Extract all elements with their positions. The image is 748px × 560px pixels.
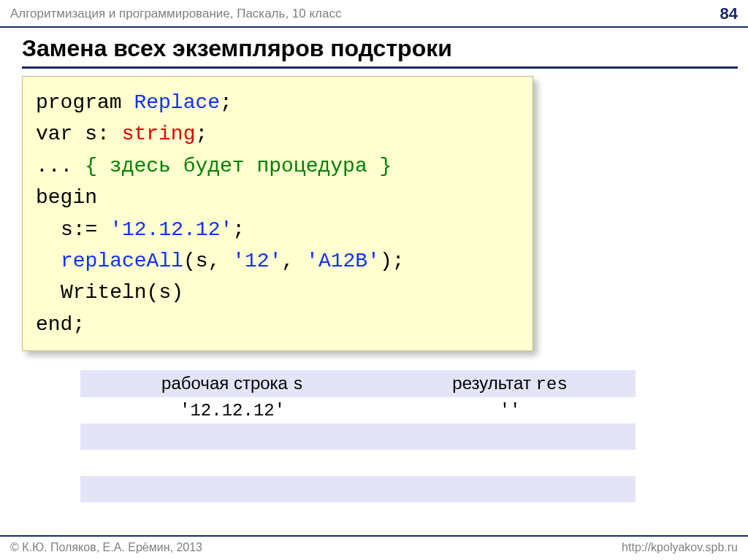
code-string: 'A12B' [306,250,380,272]
table-header: результат res [384,370,636,397]
code-line: program Replace; [36,87,519,118]
table-cell [384,476,636,502]
table-header: рабочая строка s [80,370,384,397]
code-line: var s: string; [36,118,519,150]
table-row [80,476,636,502]
code-call: replaceAll [61,250,183,272]
header-bar: Алгоритмизация и программирование, Паска… [0,0,748,28]
code-text: ; [220,91,232,114]
code-text: ); [380,250,405,272]
subject-line: Алгоритмизация и программирование, Паска… [10,7,341,21]
code-comment: { здесь будет процедура } [85,155,392,177]
footer-bar: © К.Ю. Поляков, Е.А. Ерёмин, 2013 http:/… [0,535,748,560]
code-string: '12.12.12' [110,218,232,241]
table-cell: '' [384,397,636,423]
code-line: begin [36,182,519,213]
code-text: (s, [183,250,232,272]
table-cell [80,423,384,450]
code-text: s:= [61,218,110,241]
title-underline [22,66,738,69]
code-text: ... [36,155,85,177]
code-identifier: Replace [134,91,220,114]
footer-url: http://kpolyakov.spb.ru [622,541,738,554]
header-text: рабочая строка [161,373,293,393]
page-title: Замена всех экземпляров подстроки [0,28,748,66]
code-text: program [36,91,134,114]
code-text: ; [232,218,245,241]
table-cell: '12.12.12' [80,397,384,423]
header-var: res [536,375,568,394]
header-var: s [293,375,303,394]
code-text: var s: [36,123,122,145]
code-type: string [122,123,196,145]
code-line: end; [36,309,519,340]
copyright-text: © К.Ю. Поляков, Е.А. Ерёмин, 2013 [10,541,202,554]
code-line: Writeln(s) [36,277,519,308]
table-cell [80,476,384,502]
header-text: результат [452,373,535,393]
table-row [80,450,636,476]
table-cell [384,450,636,476]
table-header-row: рабочая строка s результат res [80,370,636,397]
table-cell [80,450,384,476]
table-cell [384,423,636,450]
code-line: ... { здесь будет процедура } [36,150,519,182]
code-line: s:= '12.12.12'; [36,214,519,245]
table-row: '12.12.12' '' [80,397,636,423]
code-text: ; [195,123,207,145]
page-number: 84 [720,4,738,23]
code-text: , [281,250,306,272]
table-row [80,423,636,450]
code-line: replaceAll(s, '12', 'A12B'); [36,245,519,277]
code-box: program Replace; var s: string; ... { зд… [22,76,533,351]
trace-table: рабочая строка s результат res '12.12.12… [80,370,636,502]
code-string: '12' [232,250,281,272]
